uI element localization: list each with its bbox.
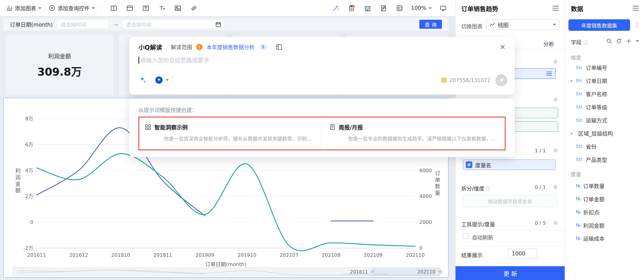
template-card-report[interactable]: 周报/月报 你是一名专业的数据报告生成助手。请严格根据以下仪表板数据，... [321, 118, 505, 150]
dimension-field-item[interactable]: ▸ 区域_层级结构 [565, 126, 644, 140]
divider [456, 246, 565, 246]
link-icon [190, 4, 198, 12]
rich-text-button[interactable] [156, 3, 168, 14]
brush-start-handle[interactable] [370, 269, 376, 274]
chart-icon [6, 4, 13, 12]
svg-text:4万: 4万 [25, 168, 33, 173]
result-limit-input[interactable]: 1000 [508, 248, 537, 259]
add-chart-menu[interactable]: 添加图表 [6, 4, 42, 12]
preview-disabled-icon [380, 4, 387, 12]
field-drop-zone[interactable]: 拖动数据字段至此处 [463, 195, 557, 207]
chevron-down-icon[interactable] [636, 40, 639, 44]
dimension-field-item[interactable]: ▸ Str. 客户名称 [565, 87, 644, 100]
template-card-insight[interactable]: 智能洞察示例 你是一名资深商业智能分析师，擅长从数据中发现关键趋势、识别... [139, 118, 321, 150]
field-name: 客户名称 [586, 90, 607, 98]
field-name: 省份 [586, 142, 596, 150]
dimension-field-item[interactable]: ▸ Str. 订单等级 [565, 100, 644, 114]
tab-analysis[interactable]: 分析 [544, 40, 554, 48]
brush-end-handle[interactable] [438, 269, 443, 274]
menu-icon[interactable] [552, 5, 559, 11]
svg-text:8万: 8万 [25, 116, 33, 122]
x-axis-title: 订单日期(month) [4, 260, 448, 268]
sparkle-wand-icon[interactable] [138, 76, 147, 84]
update-button[interactable]: 更 新 [456, 266, 565, 280]
text-widget-button[interactable] [140, 3, 152, 14]
result-label: 结果展示 [461, 251, 483, 259]
send-button[interactable] [495, 74, 507, 86]
measure-field-item[interactable]: ▸ № 订单金额 [565, 192, 644, 206]
scope-link[interactable]: 本年度销售数据分析 [206, 43, 254, 51]
add-query-control-menu[interactable]: 添加查询控件 [48, 4, 95, 12]
end-date-input[interactable]: 请选择时间 [122, 19, 225, 29]
query-button[interactable]: 查 询 [419, 20, 442, 29]
ai-modal-header: 小Q解读 解读范围 ! 本年度销售数据分析 9 × [138, 42, 506, 52]
measure-field-item[interactable]: ▸ № 运输成本 [565, 232, 644, 245]
prompt-input[interactable]: 请输入您的总结思路或要求 [138, 56, 209, 64]
ai-wand-icon [332, 4, 339, 12]
chart-type-value: 线图 [498, 21, 550, 29]
add-field-icon[interactable] [626, 38, 632, 44]
gear-icon[interactable] [553, 59, 558, 64]
line-chart-icon [490, 22, 495, 27]
end-date-placeholder: 请选择时间 [126, 20, 152, 28]
zoom-select[interactable]: 100% [411, 5, 432, 11]
svg-text:0: 0 [419, 245, 422, 251]
field-type-tag: № [576, 209, 581, 215]
expand-caret-icon[interactable]: ▸ [571, 131, 576, 135]
chart-type-select[interactable]: 线图 [486, 19, 560, 30]
templates-highlight-box: 智能洞察示例 你是一名资深商业智能分析师，擅长从数据中发现关键趋势、识别... … [138, 117, 506, 150]
kpi-card-profit[interactable]: 利润金额 309.8万 [6, 34, 113, 95]
dataset-selector[interactable]: 年度销售数据集 [568, 19, 630, 31]
hash-icon: # [466, 162, 472, 168]
preview-toggle-button[interactable] [378, 3, 390, 14]
info-icon: ⓘ [486, 185, 490, 192]
data-zoom-brush[interactable]: 201611 202110 [13, 268, 440, 276]
checklist-button[interactable] [393, 3, 406, 14]
gear-icon[interactable] [553, 184, 558, 190]
menu-icon[interactable] [632, 5, 639, 11]
measure-field-item[interactable]: ▸ № 订单数量 [565, 179, 644, 192]
link-widget-button[interactable] [188, 3, 200, 14]
gear-icon[interactable] [553, 220, 558, 226]
kpi-title: 利润金额 [6, 34, 113, 60]
split-container-button[interactable] [108, 3, 120, 14]
expand-caret-icon[interactable]: ▸ [571, 78, 576, 83]
refresh-icon[interactable] [616, 38, 622, 44]
gear-icon[interactable] [553, 97, 558, 102]
search-icon[interactable] [606, 38, 612, 44]
range-arrow-icon: → [114, 21, 118, 28]
svg-text:201612: 201612 [69, 252, 88, 258]
kpi-value: 309.8万 [6, 60, 113, 78]
more-options-icon[interactable]: ⋮ [634, 22, 640, 29]
gear-icon[interactable] [553, 148, 558, 153]
measure-field-item[interactable]: ▸ № 折扣点 [565, 205, 644, 218]
tab-container-button[interactable] [124, 3, 136, 14]
ai-interpret-modal: 小Q解读 解读范围 ! 本年度销售数据分析 9 × 请输入您的总结思路或要求 [130, 37, 515, 94]
ai-assistant-button[interactable] [330, 3, 342, 14]
field-type-tag: Str. [576, 157, 584, 162]
fields-label: 字段 [571, 38, 582, 46]
add-chart-label: 添加图表 [15, 4, 36, 12]
dimension-field-item[interactable]: ▸ Str. 订单日期 [565, 74, 644, 87]
dimension-field-item[interactable]: ▸ Str. 订单编号 [565, 61, 644, 74]
measures-label: 度量 [571, 170, 581, 178]
clipboard-button[interactable] [345, 3, 358, 14]
brush-end-label: 202110 [414, 269, 435, 275]
dimension-field-item[interactable]: ▸ Str. 省份 [565, 140, 644, 153]
measure-name-pill[interactable]: # 度量名 [463, 160, 556, 170]
auto-refresh-checkbox[interactable] [463, 233, 469, 239]
report-board-icon[interactable] [276, 44, 282, 50]
measure-field-item[interactable]: ▸ № 利润金额 [565, 218, 644, 232]
field-tools [606, 38, 639, 44]
dimension-field-item[interactable]: ▸ Str. 产品类型 [565, 153, 644, 166]
zoom-level: 100% [411, 5, 426, 11]
svg-text:2000: 2000 [419, 220, 432, 225]
start-date-input[interactable]: 请选择时间 [57, 19, 109, 29]
org-button[interactable] [361, 3, 374, 14]
dimension-field-item[interactable]: ▸ Str. 运输方式 [565, 114, 644, 126]
model-selector[interactable] [152, 74, 173, 86]
image-widget-button[interactable] [172, 3, 184, 14]
close-icon[interactable]: × [500, 44, 506, 50]
device-preview-button[interactable] [437, 3, 449, 14]
field-name: 产品类型 [586, 156, 607, 163]
